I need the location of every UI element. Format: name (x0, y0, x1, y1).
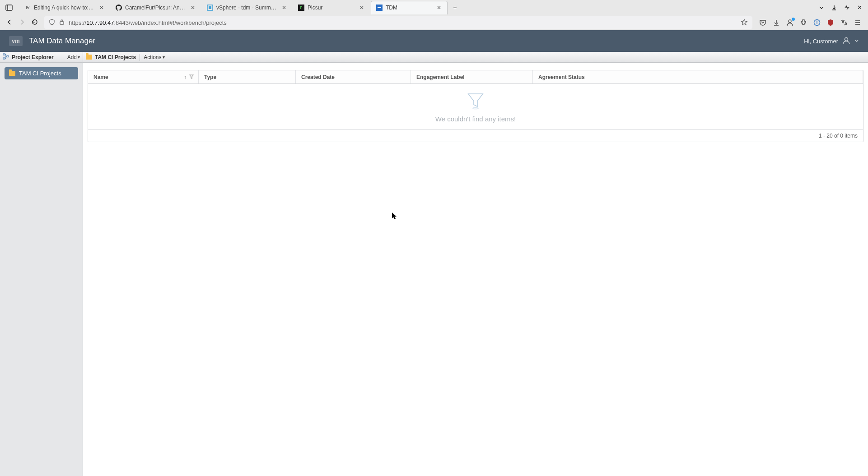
svg-rect-24 (3, 54, 5, 55)
empty-message: We couldn't find any items! (435, 115, 516, 123)
column-label: Agreement Status (538, 74, 585, 80)
close-icon[interactable]: ✕ (189, 4, 196, 11)
filter-icon[interactable] (189, 74, 194, 80)
sidebar-toggle-icon[interactable] (3, 1, 15, 14)
folder-icon (86, 55, 92, 60)
pagination-text: 1 - 20 of 0 items (819, 133, 858, 139)
forward-button (18, 18, 26, 27)
wiki-favicon-icon: w (24, 4, 31, 11)
column-label: Engagement Label (416, 74, 465, 80)
svg-rect-25 (3, 58, 5, 59)
info-icon[interactable] (813, 18, 821, 27)
tab-label: CaramelFur/Picsur: An easy (125, 5, 187, 11)
svg-point-28 (473, 108, 478, 109)
chevron-down-icon (854, 38, 859, 45)
funnel-icon (466, 90, 485, 111)
hamburger-menu-icon[interactable] (854, 18, 862, 27)
app-header: vm TAM Data Manager Hi, Customer (0, 30, 868, 52)
tab-label: vSphere - tdm - Summary (216, 5, 278, 11)
account-icon[interactable] (786, 18, 794, 27)
sidebar-item-label: TAM CI Projects (19, 70, 61, 77)
tab-picsur[interactable]: Picsur ✕ (293, 1, 370, 14)
vm-logo: vm (9, 36, 23, 46)
add-button[interactable]: Add ▾ (67, 54, 80, 60)
svg-rect-6 (378, 7, 381, 8)
new-tab-button[interactable]: ＋ (448, 1, 461, 14)
address-bar[interactable]: https://10.7.90.47:8443/web/index.html#!… (44, 16, 752, 29)
project-explorer-panel: Project Explorer Add ▾ TAM CI Projects (0, 52, 83, 476)
tab-label: TDM (386, 5, 433, 11)
actions-label: Actions (144, 54, 161, 60)
reload-button[interactable] (31, 18, 39, 27)
tab-strip: w Editing A quick how-to: Depl ✕ Caramel… (19, 1, 816, 14)
column-label: Created Date (301, 74, 335, 80)
app-title: TAM Data Manager (29, 37, 95, 46)
tab-github[interactable]: CaramelFur/Picsur: An easy ✕ (111, 1, 201, 14)
svg-marker-27 (190, 75, 193, 79)
tree-icon (3, 53, 9, 61)
user-icon (842, 36, 851, 46)
bookmark-star-icon[interactable] (741, 18, 748, 27)
tab-tdm[interactable]: TDM ✕ (371, 1, 448, 14)
shield-icon[interactable] (49, 19, 55, 27)
projects-grid: Name ↑ Type Created Date Engagement Labe… (88, 70, 863, 142)
actions-menu[interactable]: Actions ▾ (144, 54, 165, 60)
svg-point-16 (817, 21, 817, 21)
window-close-icon[interactable]: ✕ (855, 4, 863, 12)
column-header-type[interactable]: Type (199, 70, 296, 83)
chevron-down-icon[interactable] (817, 4, 826, 12)
tab-vsphere[interactable]: vSphere - tdm - Summary ✕ (202, 1, 292, 14)
user-menu[interactable]: Hi, Customer (804, 36, 859, 46)
tab-label: Picsur (308, 5, 355, 11)
grid-empty-state: We couldn't find any items! (88, 84, 863, 129)
column-header-name[interactable]: Name ↑ (88, 70, 199, 83)
svg-rect-0 (6, 5, 12, 10)
svg-rect-9 (60, 22, 64, 24)
column-label: Type (204, 74, 216, 80)
column-header-created-date[interactable]: Created Date (296, 70, 411, 83)
lock-icon[interactable] (59, 19, 65, 27)
translate-icon[interactable] (840, 18, 848, 27)
divider (140, 54, 140, 61)
tab-wiki[interactable]: w Editing A quick how-to: Depl ✕ (19, 1, 110, 14)
github-favicon-icon (115, 4, 122, 11)
tab-label: Editing A quick how-to: Depl (34, 5, 95, 11)
url-path: :8443/web/index.html#!/workbench/project… (114, 19, 226, 26)
grid-footer: 1 - 20 of 0 items (88, 129, 863, 142)
svg-rect-3 (209, 6, 211, 9)
caret-down-icon: ▾ (163, 55, 165, 60)
pocket-icon[interactable] (759, 18, 767, 27)
svg-point-13 (789, 20, 791, 23)
picsur-favicon-icon (298, 4, 305, 11)
caret-down-icon: ▾ (78, 55, 80, 60)
back-button[interactable] (5, 18, 14, 27)
close-icon[interactable]: ✕ (435, 4, 443, 11)
column-header-agreement-status[interactable]: Agreement Status (533, 70, 863, 83)
download-arrow-icon[interactable] (830, 4, 838, 12)
folder-icon (9, 71, 15, 76)
downloads-icon[interactable] (772, 18, 780, 27)
tdm-favicon-icon (376, 4, 383, 11)
main-content: TAM CI Projects Actions ▾ Name ↑ (83, 52, 868, 476)
panel-title: Project Explorer (12, 54, 54, 60)
restore-icon[interactable] (843, 4, 851, 12)
svg-rect-4 (298, 5, 304, 11)
url-host: 10.7.90.47 (86, 19, 114, 26)
close-icon[interactable]: ✕ (280, 4, 288, 11)
breadcrumb-label: TAM CI Projects (95, 54, 136, 60)
close-icon[interactable]: ✕ (358, 4, 365, 11)
column-label: Name (93, 74, 108, 80)
extensions-icon[interactable] (799, 18, 807, 27)
column-header-engagement-label[interactable]: Engagement Label (411, 70, 533, 83)
svg-marker-10 (742, 19, 747, 25)
url-text: https://10.7.90.47:8443/web/index.html#!… (69, 19, 737, 26)
sort-asc-icon[interactable]: ↑ (184, 74, 187, 80)
add-label: Add (67, 54, 77, 60)
url-scheme: https:// (69, 19, 86, 26)
vsphere-favicon-icon (206, 4, 214, 11)
user-greeting: Hi, Customer (804, 38, 838, 45)
ublock-icon[interactable] (826, 18, 835, 27)
close-icon[interactable]: ✕ (98, 4, 105, 11)
sidebar-item-tam-ci-projects[interactable]: TAM CI Projects (5, 67, 78, 79)
breadcrumb[interactable]: TAM CI Projects (86, 54, 136, 60)
